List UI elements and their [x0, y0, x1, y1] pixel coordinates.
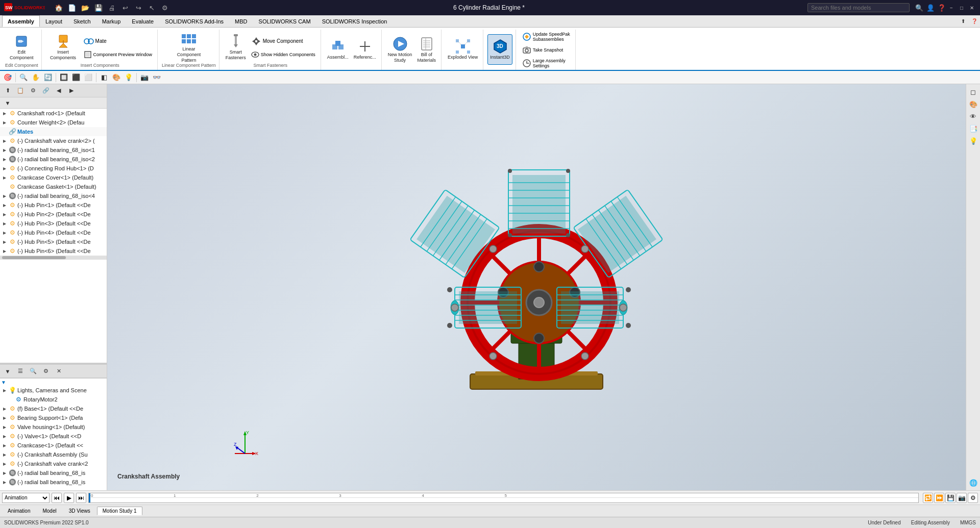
lp-valvehousing[interactable]: ▶ ⚙ Valve housing<1> (Default): [0, 422, 107, 432]
tree-item-crankcasegasket[interactable]: ⚙ Crankcase Gasket<1> (Default): [0, 182, 107, 191]
new-btn[interactable]: 📄: [66, 2, 78, 13]
component-preview-btn[interactable]: Component Preview Window: [82, 49, 155, 60]
rp-displaymgr-btn[interactable]: 👁: [968, 111, 979, 122]
linear-pattern-btn[interactable]: Linear Component Pattern: [172, 32, 206, 62]
lp-crankcase[interactable]: ▶ ⚙ Crankcase<1> (Default <<: [0, 441, 107, 450]
expand-ribbon-btn[interactable]: ⬆: [958, 16, 969, 27]
anim-save-btn[interactable]: 💾: [945, 493, 955, 503]
tab-layout[interactable]: Layout: [40, 15, 68, 27]
pointer-btn[interactable]: ↖: [146, 2, 157, 13]
lp-base[interactable]: ▶ ⚙ (f) Base<1> (Default <<De: [0, 404, 107, 413]
tab-assembly[interactable]: Assembly: [2, 15, 40, 27]
tree-feature-icon[interactable]: ⚙: [28, 85, 39, 96]
edit-component-btn[interactable]: ✏ EditComponent: [8, 32, 36, 62]
lp-rbb-a[interactable]: ▶ 🔘 (-) radial ball bearing_68_is: [0, 468, 107, 477]
tree-right-icon[interactable]: ▶: [66, 85, 77, 96]
new-motion-btn[interactable]: New MotionStudy: [386, 34, 414, 65]
tree-item-hubpin3[interactable]: ▶ ⚙ (-) Hub Pin<3> (Default <<De: [0, 219, 107, 228]
take-snapshot-btn[interactable]: Take Snapshot: [520, 44, 566, 56]
tab-inspection[interactable]: SOLIDWORKS Inspection: [316, 15, 393, 27]
filter-icon[interactable]: ▼: [2, 97, 13, 109]
rp-earth-btn[interactable]: 🌐: [968, 477, 979, 488]
tree-item-mates[interactable]: 🔗 Mates: [0, 127, 107, 136]
close-btn[interactable]: ✕: [968, 4, 976, 12]
search-icon[interactable]: 🔍: [914, 2, 925, 13]
view-pan-btn[interactable]: ✋: [30, 72, 41, 83]
expand-arrow[interactable]: ▼: [1, 380, 6, 385]
view-rotate-btn[interactable]: 🔄: [42, 72, 54, 83]
tree-item-hubpin4[interactable]: ▶ ⚙ (-) Hub Pin<4> (Default <<De: [0, 228, 107, 237]
lp-rotarymotor[interactable]: ⚙ RotaryMotor2: [0, 395, 107, 404]
open-btn[interactable]: 📂: [80, 2, 91, 13]
tree-filter-icon[interactable]: ⬆: [2, 85, 13, 96]
lower-settings-btn[interactable]: ⚙: [40, 366, 52, 377]
tree-left-icon[interactable]: ◀: [53, 85, 64, 96]
tree-item-crh1[interactable]: ▶ ⚙ (-) Connecting Rod Hub<1> (D: [0, 164, 107, 173]
tree-item-hubpin6[interactable]: ▶ ⚙ (-) Hub Pin<6> (Default <<De: [0, 246, 107, 256]
settings-btn[interactable]: ⚙: [159, 2, 170, 13]
view-camera-btn[interactable]: 📷: [139, 72, 150, 83]
tree-item-counterweight[interactable]: ▶ ⚙ Counter Weight<2> (Defau: [0, 118, 107, 127]
tree-item-rbb1[interactable]: ▶ 🔘 (-) radial ball bearing_68_iso<1: [0, 145, 107, 155]
search-input[interactable]: [807, 3, 910, 12]
tab-motion-study-1[interactable]: Motion Study 1: [97, 507, 142, 515]
rp-lighting-btn[interactable]: 💡: [968, 135, 979, 146]
lp-bearingsupport[interactable]: ▶ ⚙ Bearing Support<1> (Defa: [0, 413, 107, 422]
tree-item-crankrod[interactable]: ▶ ⚙ Crankshaft rod<1> (Default: [0, 109, 107, 118]
tree-item-crankcasecover[interactable]: ▶ ⚙ Crankcase Cover<1> (Default): [0, 173, 107, 182]
anim-loop-btn[interactable]: 🔁: [923, 493, 933, 503]
view-orient-btn[interactable]: 🎯: [2, 72, 13, 83]
move-component-btn[interactable]: Move Component: [249, 34, 317, 48]
exploded-view-btn[interactable]: Exploded View: [446, 34, 480, 65]
tab-markup[interactable]: Markup: [96, 15, 127, 27]
lower-close-btn[interactable]: ✕: [53, 366, 64, 377]
lp-lights[interactable]: ▶ 💡 Lights, Cameras and Scene: [0, 386, 107, 395]
user-icon[interactable]: 👤: [925, 2, 936, 13]
tab-sketch[interactable]: Sketch: [68, 15, 96, 27]
show-hidden-btn[interactable]: Show Hidden Components: [249, 49, 317, 60]
lower-filter-btn[interactable]: ▼: [2, 366, 13, 377]
lower-list-btn[interactable]: ☰: [15, 366, 26, 377]
lower-search-btn[interactable]: 🔍: [28, 366, 39, 377]
anim-speed-btn[interactable]: ⏩: [934, 493, 944, 503]
undo-btn[interactable]: ↩: [119, 2, 131, 13]
rp-select-btn[interactable]: ◻: [968, 86, 979, 97]
animation-timeline[interactable]: 0 1 2 3 4 5: [88, 493, 919, 503]
tab-addins[interactable]: SOLIDWORKS Add-Ins: [159, 15, 229, 27]
lp-rbb-b[interactable]: ▶ 🔘 (-) radial ball bearing_68_is: [0, 477, 107, 487]
view-display-btn[interactable]: 🔲: [58, 72, 69, 83]
assembly-btn[interactable]: Assembl...: [325, 34, 351, 65]
print-btn[interactable]: 🖨: [106, 2, 117, 13]
save-btn[interactable]: 💾: [93, 2, 104, 13]
view-wire-btn[interactable]: ⬜: [83, 72, 94, 83]
reference-btn[interactable]: Referenc...: [352, 34, 378, 65]
view-3d-btn[interactable]: 👓: [151, 72, 162, 83]
rp-layer-btn[interactable]: 📑: [968, 123, 979, 134]
redo-btn[interactable]: ↪: [133, 2, 144, 13]
tree-item-hubpin2[interactable]: ▶ ⚙ (-) Hub Pin<2> (Default <<De: [0, 210, 107, 219]
bill-materials-btn[interactable]: Bill ofMaterials: [415, 34, 438, 65]
tree-config-icon[interactable]: 📋: [15, 85, 26, 96]
anim-camera-btn[interactable]: 📷: [957, 493, 967, 503]
insert-components-btn[interactable]: Insert Components: [46, 32, 81, 62]
tree-item-cvc2[interactable]: ▶ ⚙ (-) Crankshaft valve crank<2> (: [0, 136, 107, 145]
anim-forward-btn[interactable]: ⏭: [76, 493, 86, 503]
lp-valve1[interactable]: ▶ ⚙ (-) Valve<1> (Default <<D: [0, 432, 107, 441]
maximize-btn[interactable]: □: [958, 4, 966, 12]
anim-options-btn[interactable]: ⚙: [968, 493, 978, 503]
rp-appearance-btn[interactable]: 🎨: [968, 98, 979, 110]
instant3d-btn[interactable]: 3D Instant3D: [487, 34, 512, 65]
smart-fasteners-btn[interactable]: SmartFasteners: [224, 32, 248, 62]
animation-type-select[interactable]: Animation Motion Analysis: [2, 493, 50, 503]
tab-3dviews[interactable]: 3D Views: [63, 507, 96, 515]
tab-model[interactable]: Model: [37, 507, 62, 515]
view-shade-btn[interactable]: ⬛: [70, 72, 82, 83]
viewport[interactable]: Y X Z Crankshaft Assembly: [107, 84, 966, 490]
tab-mbd[interactable]: MBD: [229, 15, 253, 27]
help-ribbon-btn[interactable]: ❓: [969, 16, 980, 27]
tab-evaluate[interactable]: Evaluate: [126, 15, 159, 27]
tab-cam[interactable]: SOLIDWORKS CAM: [253, 15, 316, 27]
anim-rewind-btn[interactable]: ⏮: [52, 493, 62, 503]
tab-animation[interactable]: Animation: [2, 507, 36, 515]
view-section-btn[interactable]: ◧: [99, 72, 110, 83]
